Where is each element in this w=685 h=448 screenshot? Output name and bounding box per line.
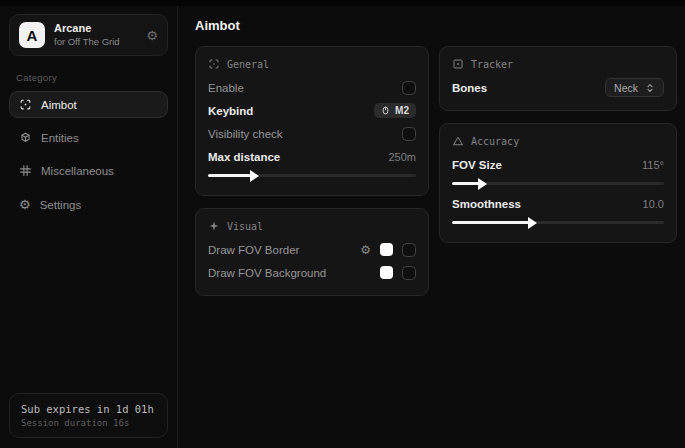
fov-size-label: FOV Size	[452, 159, 502, 171]
general-panel: General Enable Keybind M2	[195, 46, 429, 196]
subscription-card: Sub expires in 1d 01h Session duration 1…	[9, 393, 168, 438]
sidebar-item-label: Miscellaneous	[41, 165, 114, 177]
draw-fov-background-row: Draw FOV Background	[208, 261, 416, 284]
smoothness-value: 10.0	[643, 198, 664, 210]
category-label: Category	[16, 72, 168, 83]
keybind-button[interactable]: M2	[374, 103, 416, 118]
bones-dropdown[interactable]: Neck	[605, 78, 664, 97]
draw-fov-border-row: Draw FOV Border ⚙	[208, 238, 416, 261]
accuracy-panel-icon	[452, 135, 464, 147]
sidebar-item-label: Entities	[41, 132, 79, 144]
draw-fov-border-checkbox[interactable]	[402, 243, 416, 257]
enable-label: Enable	[208, 82, 244, 94]
sidebar-item-aimbot[interactable]: Aimbot	[9, 91, 168, 118]
visibility-check-row: Visibility check	[208, 122, 416, 145]
fov-size-value: 115°	[642, 159, 664, 171]
page-title: Aimbot	[195, 18, 677, 33]
fov-size-row: FOV Size 115°	[452, 153, 664, 176]
smoothness-label: Smoothness	[452, 198, 521, 210]
chevron-up-down-icon	[645, 83, 655, 93]
max-distance-value: 250m	[388, 151, 416, 163]
visibility-check-label: Visibility check	[208, 128, 283, 140]
slider-thumb[interactable]	[528, 217, 537, 229]
gear-icon: ⚙	[19, 197, 31, 212]
draw-fov-background-checkbox[interactable]	[402, 266, 416, 280]
session-duration-text: Session duration 16s	[21, 418, 156, 428]
app-logo: A	[19, 22, 45, 48]
max-distance-slider[interactable]	[208, 174, 416, 177]
visual-panel-title: Visual	[227, 221, 263, 232]
crosshair-icon	[19, 98, 32, 111]
keybind-label: Keybind	[208, 105, 253, 117]
visibility-check-checkbox[interactable]	[402, 127, 416, 141]
fov-background-color-swatch[interactable]	[380, 266, 393, 279]
general-panel-icon	[208, 58, 220, 70]
slider-thumb[interactable]	[250, 170, 259, 182]
enable-row: Enable	[208, 76, 416, 99]
cube-scan-icon	[19, 131, 32, 144]
sidebar-item-settings[interactable]: ⚙ Settings	[9, 190, 168, 219]
general-panel-title: General	[227, 59, 269, 70]
settings-gear-icon[interactable]: ⚙	[146, 28, 158, 43]
sidebar-item-miscellaneous[interactable]: Miscellaneous	[9, 157, 168, 184]
sub-expires-text: Sub expires in 1d 01h	[21, 403, 156, 415]
main-content: Aimbot General Enable	[178, 6, 685, 448]
grid-icon	[19, 164, 32, 177]
bones-label: Bones	[452, 82, 487, 94]
slider-thumb[interactable]	[478, 178, 487, 190]
app-window: A Arcane for Off The Grid ⚙ Category Aim…	[0, 0, 685, 448]
mouse-icon	[381, 105, 390, 116]
keybind-row: Keybind M2	[208, 99, 416, 122]
tracker-panel-title: Tracker	[471, 59, 513, 70]
draw-fov-border-label: Draw FOV Border	[208, 244, 299, 256]
accuracy-panel: Accuracy FOV Size 115° Smoothness 10.0	[439, 123, 677, 243]
app-subtitle: for Off The Grid	[54, 36, 137, 48]
sidebar-item-label: Aimbot	[41, 99, 77, 111]
keybind-value: M2	[395, 105, 409, 116]
tracker-panel: Tracker Bones Neck	[439, 46, 677, 111]
sidebar: A Arcane for Off The Grid ⚙ Category Aim…	[0, 6, 178, 448]
app-logo-card: A Arcane for Off The Grid ⚙	[9, 14, 168, 56]
accuracy-panel-title: Accuracy	[471, 136, 519, 147]
smoothness-row: Smoothness 10.0	[452, 192, 664, 215]
max-distance-label: Max distance	[208, 151, 280, 163]
sidebar-item-entities[interactable]: Entities	[9, 124, 168, 151]
visual-panel: Visual Draw FOV Border ⚙ Draw FOV Backgr…	[195, 208, 429, 296]
sidebar-item-label: Settings	[40, 199, 82, 211]
smoothness-slider[interactable]	[452, 221, 664, 224]
visual-panel-icon	[208, 220, 220, 232]
bones-row: Bones Neck	[452, 76, 664, 99]
fov-border-color-swatch[interactable]	[380, 243, 393, 256]
sidebar-nav: Aimbot Entities Miscellaneous ⚙ Settings	[9, 91, 168, 225]
fov-size-slider[interactable]	[452, 182, 664, 185]
app-name: Arcane	[54, 22, 137, 36]
draw-fov-background-label: Draw FOV Background	[208, 267, 326, 279]
max-distance-row: Max distance 250m	[208, 145, 416, 168]
bones-selected-value: Neck	[614, 82, 638, 94]
fov-border-settings-gear-icon[interactable]: ⚙	[360, 243, 371, 257]
tracker-panel-icon	[452, 58, 464, 70]
enable-checkbox[interactable]	[402, 81, 416, 95]
